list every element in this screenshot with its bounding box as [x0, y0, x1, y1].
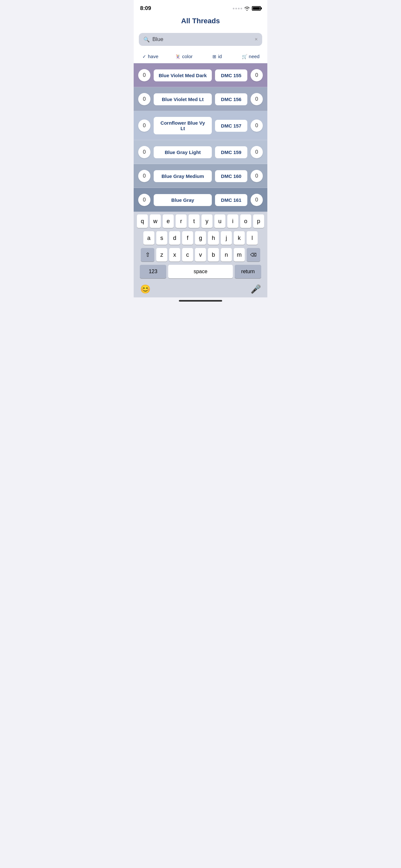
cart-icon: 🛒: [242, 54, 247, 59]
have-count[interactable]: 0: [138, 170, 150, 182]
key-t[interactable]: t: [189, 214, 199, 228]
key-s[interactable]: s: [156, 231, 167, 245]
status-icons: [233, 6, 261, 11]
have-count[interactable]: 0: [138, 146, 150, 158]
key-f[interactable]: f: [182, 231, 193, 245]
need-count[interactable]: 0: [251, 120, 263, 132]
key-h[interactable]: h: [208, 231, 219, 245]
filter-id-label: id: [218, 54, 222, 59]
emoji-button[interactable]: 😊: [140, 284, 150, 294]
key-z[interactable]: z: [156, 248, 167, 261]
space-key[interactable]: space: [168, 265, 233, 278]
app-header: All Threads: [134, 14, 267, 30]
key-g[interactable]: g: [195, 231, 206, 245]
bottom-toolbar: 😊 🎤: [134, 282, 267, 298]
have-count[interactable]: 0: [138, 69, 150, 82]
status-bar: 8:09: [134, 0, 267, 14]
delete-key[interactable]: ⌫: [247, 248, 260, 261]
thread-name-button[interactable]: Blue Gray Light: [154, 146, 212, 158]
home-bar: [179, 300, 222, 302]
checkmark-icon: ✓: [143, 54, 146, 59]
page-title: All Threads: [140, 17, 261, 25]
thread-name-button[interactable]: Blue Violet Med Lt: [154, 93, 212, 105]
need-count[interactable]: 0: [251, 146, 263, 158]
key-b[interactable]: b: [208, 248, 219, 261]
keyboard-row-2: a s d f g h j k l: [135, 231, 266, 245]
status-time: 8:09: [140, 5, 151, 11]
filter-bar: ✓ have 🃏 color ⊞ id 🛒 need: [134, 51, 267, 63]
filter-color-label: color: [182, 54, 193, 59]
search-input[interactable]: [152, 36, 252, 42]
key-o[interactable]: o: [240, 214, 251, 228]
thread-list: 0 Blue Violet Med Dark DMC 155 0 0 Blue …: [134, 63, 267, 212]
need-count[interactable]: 0: [251, 93, 263, 105]
key-a[interactable]: a: [143, 231, 154, 245]
key-v[interactable]: v: [195, 248, 206, 261]
key-j[interactable]: j: [221, 231, 232, 245]
key-n[interactable]: n: [221, 248, 232, 261]
thread-dmc-button[interactable]: DMC 160: [215, 170, 247, 182]
search-bar[interactable]: 🔍 ×: [139, 33, 262, 46]
have-count[interactable]: 0: [138, 120, 150, 132]
search-container: 🔍 ×: [134, 30, 267, 51]
color-icon: 🃏: [175, 54, 181, 59]
thread-dmc-button[interactable]: DMC 155: [215, 69, 247, 82]
key-c[interactable]: c: [182, 248, 193, 261]
thread-dmc-button[interactable]: DMC 156: [215, 93, 247, 105]
wifi-icon: [244, 6, 250, 11]
thread-row: 0 Blue Gray Light DMC 159 0: [134, 140, 267, 164]
thread-row: 0 Blue Gray DMC 161 0: [134, 188, 267, 212]
thread-name-button[interactable]: Cornflower Blue Vy Lt: [154, 117, 212, 134]
key-l[interactable]: l: [247, 231, 258, 245]
filter-id[interactable]: ⊞ id: [201, 54, 234, 59]
keyboard-bottom-row: 123 space return: [135, 265, 266, 278]
thread-dmc-button[interactable]: DMC 161: [215, 194, 247, 206]
shift-key[interactable]: ⇧: [141, 248, 154, 261]
key-k[interactable]: k: [234, 231, 245, 245]
microphone-button[interactable]: 🎤: [251, 284, 261, 294]
filter-color[interactable]: 🃏 color: [167, 54, 201, 59]
search-icon: 🔍: [143, 36, 150, 42]
have-count[interactable]: 0: [138, 93, 150, 105]
key-p[interactable]: p: [253, 214, 264, 228]
filter-have-label: have: [148, 54, 158, 59]
key-q[interactable]: q: [137, 214, 148, 228]
key-x[interactable]: x: [169, 248, 180, 261]
thread-dmc-button[interactable]: DMC 157: [215, 120, 247, 132]
key-d[interactable]: d: [169, 231, 180, 245]
thread-row: 0 Cornflower Blue Vy Lt DMC 157 0: [134, 111, 267, 140]
return-key[interactable]: return: [235, 265, 261, 278]
key-i[interactable]: i: [227, 214, 238, 228]
thread-row: 0 Blue Violet Med Lt DMC 156 0: [134, 87, 267, 111]
key-e[interactable]: e: [163, 214, 174, 228]
need-count[interactable]: 0: [251, 69, 263, 82]
key-r[interactable]: r: [176, 214, 187, 228]
have-count[interactable]: 0: [138, 194, 150, 206]
need-count[interactable]: 0: [251, 170, 263, 182]
thread-name-button[interactable]: Blue Violet Med Dark: [154, 69, 212, 82]
filter-have[interactable]: ✓ have: [134, 54, 167, 59]
keyboard: q w e r t y u i o p a s d f g h j k l ⇧ …: [134, 212, 267, 282]
key-m[interactable]: m: [234, 248, 245, 261]
thread-dmc-button[interactable]: DMC 159: [215, 146, 247, 158]
battery-icon: [252, 6, 261, 11]
filter-need[interactable]: 🛒 need: [234, 54, 268, 59]
thread-name-button[interactable]: Blue Gray Medium: [154, 170, 212, 182]
numbers-key[interactable]: 123: [140, 265, 166, 278]
need-count[interactable]: 0: [251, 194, 263, 206]
thread-row: 0 Blue Gray Medium DMC 160 0: [134, 164, 267, 188]
thread-name-button[interactable]: Blue Gray: [154, 194, 212, 206]
keyboard-row-1: q w e r t y u i o p: [135, 214, 266, 228]
thread-row: 0 Blue Violet Med Dark DMC 155 0: [134, 63, 267, 87]
filter-need-label: need: [249, 54, 259, 59]
key-u[interactable]: u: [214, 214, 225, 228]
key-w[interactable]: w: [150, 214, 161, 228]
home-indicator: [134, 298, 267, 306]
key-y[interactable]: y: [202, 214, 212, 228]
signal-dots: [233, 8, 242, 9]
grid-icon: ⊞: [212, 54, 216, 59]
keyboard-row-3: ⇧ z x c v b n m ⌫: [135, 248, 266, 261]
search-clear-button[interactable]: ×: [255, 36, 258, 42]
